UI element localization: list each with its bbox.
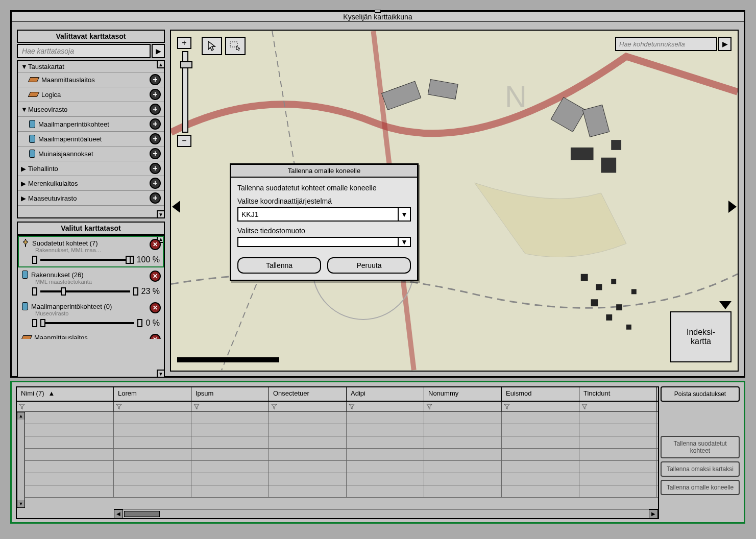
- opacity-slider[interactable]: 100 %: [32, 255, 160, 264]
- crs-select[interactable]: KKJ1 ▼: [237, 207, 411, 222]
- zoom-slider[interactable]: [182, 51, 188, 133]
- index-map[interactable]: Indeksi- kartta: [670, 311, 731, 362]
- remove-layer-button[interactable]: ✕: [150, 302, 161, 313]
- zoom-in-button[interactable]: +: [177, 37, 191, 49]
- pan-right-button[interactable]: [728, 201, 737, 213]
- slider-thumb[interactable]: [126, 256, 131, 264]
- table-cell: [347, 436, 424, 448]
- selected-layer-item[interactable]: Suodatetut kohteet (7) ✕ Rakennukset, MM…: [18, 236, 164, 267]
- add-layer-button[interactable]: +: [150, 74, 161, 85]
- column-header[interactable]: Euismod: [502, 387, 579, 401]
- column-filter[interactable]: [424, 402, 502, 411]
- add-layer-button[interactable]: +: [150, 163, 161, 174]
- column-header[interactable]: Adipi: [347, 387, 424, 401]
- clear-filters-button[interactable]: Poista suodatukset: [661, 386, 740, 402]
- tree-item[interactable]: Muinaisjaannokset+: [18, 146, 164, 161]
- column-filter[interactable]: [114, 402, 191, 411]
- layers-icon: [28, 77, 40, 82]
- add-layer-button[interactable]: +: [150, 192, 161, 204]
- selected-layer-item[interactable]: Maailmanperintökohteet (0) ✕ Museovirast…: [18, 299, 164, 331]
- dialog-cancel-button[interactable]: Peruuta: [327, 257, 411, 274]
- table-hscroll-left[interactable]: ◀: [114, 509, 123, 519]
- add-layer-button[interactable]: +: [150, 148, 161, 159]
- tree-group[interactable]: ▶Merenkulkulaitos+: [18, 176, 164, 191]
- table-cell: [502, 424, 579, 436]
- table-row[interactable]: [25, 424, 658, 436]
- table-vscroll-up[interactable]: ▲: [17, 412, 25, 420]
- column-header[interactable]: Ipsum: [191, 387, 269, 401]
- selected-layer-item[interactable]: Maanmittauslaitos ✕: [18, 331, 164, 340]
- column-label: Ipsum: [196, 389, 213, 397]
- crs-dropdown-icon[interactable]: ▼: [398, 208, 410, 220]
- index-map-toggle[interactable]: [719, 301, 731, 309]
- object-search-go-button[interactable]: ▶: [718, 37, 731, 51]
- column-header[interactable]: Nimi (7)▲: [17, 387, 114, 401]
- tree-scroll-up-button[interactable]: ▲: [157, 60, 165, 68]
- selected-scroll-down-button[interactable]: ▼: [157, 370, 165, 378]
- add-layer-button[interactable]: +: [150, 133, 161, 144]
- save-local-button[interactable]: Tallenna omalle koneelle: [661, 480, 740, 495]
- add-layer-button[interactable]: +: [150, 104, 161, 115]
- selected-layer-title: Suodatetut kohteet (7): [32, 239, 98, 247]
- selected-layer-item[interactable]: Rakennukset (26) ✕ MML maastotietokanta …: [18, 267, 164, 299]
- table-row[interactable]: [25, 461, 658, 473]
- tree-group[interactable]: ▼Museovirasto+: [18, 102, 164, 117]
- add-layer-button[interactable]: +: [150, 89, 161, 100]
- tree-scroll-down-button[interactable]: ▼: [157, 210, 165, 218]
- column-filter[interactable]: [347, 402, 424, 411]
- table-row[interactable]: [25, 485, 658, 498]
- add-layer-button[interactable]: +: [150, 178, 161, 189]
- tree-group[interactable]: ▶Maaseutuvirasto+: [18, 191, 164, 206]
- tree-item[interactable]: Logica+: [18, 87, 164, 102]
- table-row[interactable]: [25, 436, 658, 449]
- table-row[interactable]: [25, 412, 658, 424]
- column-header[interactable]: Nonummy: [424, 387, 502, 401]
- format-select[interactable]: ▼: [237, 237, 411, 247]
- add-layer-button[interactable]: +: [150, 118, 161, 130]
- column-header[interactable]: Lorem: [114, 387, 191, 401]
- table-row[interactable]: [25, 473, 658, 485]
- pointer-tool-button[interactable]: [202, 37, 222, 55]
- column-header[interactable]: Tincidunt: [579, 387, 657, 401]
- box-select-tool-button[interactable]: [225, 37, 246, 55]
- save-own-map-button[interactable]: Tallenna omaksi kartaksi: [661, 461, 740, 477]
- column-header[interactable]: Onsectetuer: [269, 387, 347, 401]
- save-filtered-button[interactable]: Tallenna suodatetut kohteet: [661, 436, 740, 458]
- opacity-slider[interactable]: 23 %: [32, 287, 160, 296]
- remove-layer-button[interactable]: ✕: [150, 271, 161, 282]
- tree-group[interactable]: ▶Tiehallinto+: [18, 161, 164, 176]
- table-row[interactable]: [25, 449, 658, 461]
- layer-search-input[interactable]: [17, 44, 151, 58]
- tree-group-label: Taustakartat: [28, 63, 161, 70]
- column-filter[interactable]: [191, 402, 269, 411]
- remove-layer-button[interactable]: ✕: [150, 239, 161, 250]
- zoom-slider-handle[interactable]: [180, 61, 192, 68]
- table-vscroll[interactable]: ▲ ▼: [17, 412, 25, 508]
- layer-search-go-button[interactable]: ▶: [152, 44, 165, 58]
- zoom-out-button[interactable]: −: [177, 135, 191, 147]
- tree-item[interactable]: Maanmittauslaitos+: [18, 72, 164, 87]
- dialog-save-button[interactable]: Tallenna: [237, 257, 321, 274]
- slider-thumb[interactable]: [40, 319, 45, 327]
- column-filter[interactable]: [17, 402, 114, 411]
- tree-group-label: Museovirasto: [28, 106, 150, 113]
- slider-thumb[interactable]: [61, 287, 66, 296]
- table-hscroll-thumb[interactable]: [124, 511, 160, 517]
- slider-min-icon: [32, 256, 37, 264]
- table-vscroll-down[interactable]: ▼: [17, 500, 25, 507]
- tree-group[interactable]: ▼Taustakartat: [18, 61, 164, 72]
- opacity-slider[interactable]: 0 %: [32, 318, 160, 328]
- column-filter[interactable]: [502, 402, 579, 411]
- tree-item[interactable]: Maailmaperintöalueet+: [18, 132, 164, 146]
- object-search-input[interactable]: [615, 37, 717, 51]
- column-filter[interactable]: [269, 402, 347, 411]
- selected-layer-source: Rakennukset, MML maa…: [35, 247, 160, 253]
- table-hscroll[interactable]: ◀ ▶: [114, 509, 658, 518]
- table-cell: [269, 424, 347, 436]
- datasource-icon: [29, 150, 35, 158]
- tree-item[interactable]: Maailmanperintökohteet+: [18, 117, 164, 132]
- format-dropdown-icon[interactable]: ▼: [398, 238, 410, 246]
- pan-left-button[interactable]: [172, 201, 180, 213]
- column-filter[interactable]: [579, 402, 657, 411]
- table-hscroll-right[interactable]: ▶: [649, 509, 658, 519]
